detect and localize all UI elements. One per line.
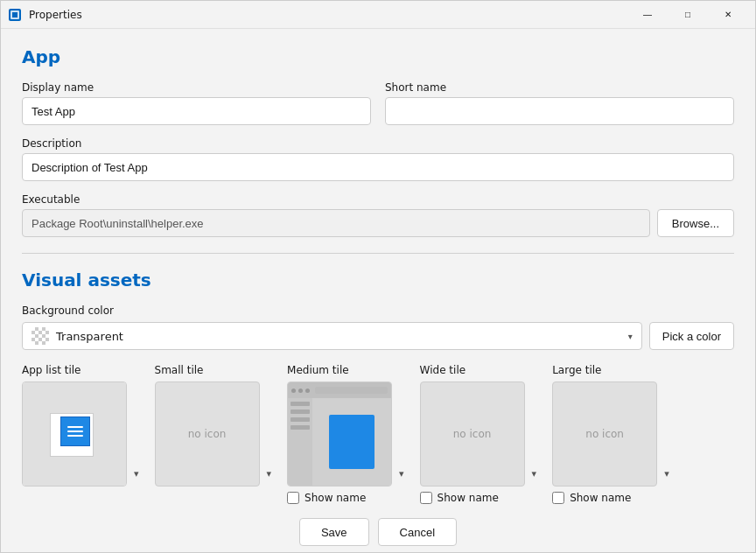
tile-box-wide: no icon [420, 382, 525, 486]
color-select[interactable]: Transparent ▾ [22, 322, 642, 350]
tile-container-wide: no icon ▾ [420, 382, 541, 486]
description-label: Description [22, 137, 734, 150]
medium-tile-inner [288, 382, 391, 486]
tile-col-small: Small tile no icon ▾ [155, 364, 276, 504]
tile-box-small: no icon [155, 382, 260, 486]
close-button[interactable]: ✕ [708, 1, 748, 29]
browser-bar [288, 382, 391, 398]
tile-col-app-list: App list tile [22, 364, 143, 504]
sidebar-line [290, 425, 310, 430]
tile-sidebar [288, 398, 312, 486]
app-icon-fg [60, 416, 90, 446]
title-bar: Properties — □ ✕ [1, 1, 755, 29]
tile-label-app-list: App list tile [22, 364, 80, 376]
browser-dot [291, 388, 296, 393]
tile-label-large: Large tile [552, 364, 601, 376]
show-name-label-medium: Show name [304, 492, 366, 504]
sidebar-line [290, 402, 310, 406]
tile-label-small: Small tile [155, 364, 204, 376]
tile-container-medium: ▾ [287, 382, 408, 486]
app-icon [8, 8, 22, 22]
tile-col-wide: Wide tile no icon ▾ Show name [420, 364, 541, 504]
icon-line [67, 430, 83, 432]
browser-dot [305, 388, 310, 393]
svg-rect-2 [12, 12, 18, 18]
tile-label-wide: Wide tile [420, 364, 466, 376]
icon-line [67, 426, 83, 428]
visual-assets-title: Visual assets [22, 270, 734, 290]
short-name-input[interactable] [385, 97, 734, 125]
app-section: App Display name Short name Description … [22, 46, 734, 237]
tile-box-app-list [22, 382, 127, 486]
medium-tile-content [288, 398, 391, 486]
tile-main [312, 398, 391, 486]
tiles-row: App list tile [22, 364, 734, 504]
sidebar-line [290, 410, 310, 414]
short-name-field: Short name [385, 81, 734, 125]
tile-no-icon-wide: no icon [453, 428, 492, 440]
tile-no-icon-large: no icon [585, 428, 624, 440]
tile-no-icon-small: no icon [188, 428, 227, 440]
section-divider [22, 253, 734, 254]
tile-label-medium: Medium tile [287, 364, 349, 376]
blue-rect [329, 415, 374, 469]
display-name-input[interactable] [22, 97, 371, 125]
icon-line [67, 435, 83, 437]
bg-color-label: Background color [22, 304, 734, 317]
tile-box-large: no icon [552, 382, 657, 486]
show-name-label-wide: Show name [438, 492, 499, 504]
tile-container-large: no icon ▾ [552, 382, 673, 486]
sidebar-line [290, 417, 310, 422]
tile-container-app-list: ▾ [22, 382, 143, 486]
bg-color-row: Transparent ▾ Pick a color [22, 322, 734, 350]
transparent-checker-icon [32, 327, 49, 345]
display-short-name-row: Display name Short name [22, 81, 734, 125]
color-select-value: Transparent [56, 330, 123, 343]
show-name-row-wide: Show name [420, 492, 499, 504]
show-name-checkbox-medium[interactable] [287, 492, 299, 504]
app-icon-lines [64, 423, 87, 440]
show-name-checkbox-wide[interactable] [420, 492, 432, 504]
browser-dot [298, 388, 303, 393]
browse-button[interactable]: Browse... [657, 209, 734, 237]
short-name-label: Short name [385, 81, 734, 94]
executable-field: Executable Browse... [22, 193, 734, 237]
tile-col-large: Large tile no icon ▾ Show name [552, 364, 673, 504]
save-button[interactable]: Save [299, 518, 369, 546]
app-list-inner [23, 382, 126, 486]
description-field: Description [22, 137, 734, 181]
maximize-button[interactable]: □ [668, 1, 708, 29]
show-name-row-large: Show name [552, 492, 631, 504]
display-name-label: Display name [22, 81, 371, 94]
tile-chevron-large[interactable]: ▾ [661, 465, 673, 486]
cancel-button[interactable]: Cancel [378, 518, 457, 546]
main-content: App Display name Short name Description … [1, 29, 755, 553]
buttons-row: Save Cancel [22, 518, 734, 546]
minimize-button[interactable]: — [627, 1, 668, 29]
tile-chevron-wide[interactable]: ▾ [528, 465, 541, 486]
pick-color-button[interactable]: Pick a color [649, 322, 734, 350]
show-name-row-medium: Show name [287, 492, 366, 504]
chevron-down-icon: ▾ [628, 332, 633, 341]
executable-row: Browse... [22, 209, 734, 237]
app-icon-container [50, 410, 99, 458]
tile-chevron-medium[interactable]: ▾ [396, 465, 408, 486]
app-section-title: App [22, 46, 734, 67]
tile-chevron-small[interactable]: ▾ [263, 465, 276, 486]
display-name-field: Display name [22, 81, 371, 125]
window-controls: — □ ✕ [627, 1, 748, 29]
show-name-checkbox-large[interactable] [552, 492, 564, 504]
tile-box-medium [287, 382, 392, 486]
tile-container-small: no icon ▾ [155, 382, 276, 486]
window-title: Properties [29, 9, 627, 21]
executable-input[interactable] [22, 209, 650, 237]
show-name-label-large: Show name [570, 492, 631, 504]
browser-addr [315, 387, 388, 394]
tile-chevron-app-list[interactable]: ▾ [130, 465, 143, 486]
tile-col-medium: Medium tile [287, 364, 408, 504]
visual-assets-section: Visual assets Background color Transpare… [22, 270, 734, 546]
executable-label: Executable [22, 193, 734, 206]
description-input[interactable] [22, 153, 734, 181]
